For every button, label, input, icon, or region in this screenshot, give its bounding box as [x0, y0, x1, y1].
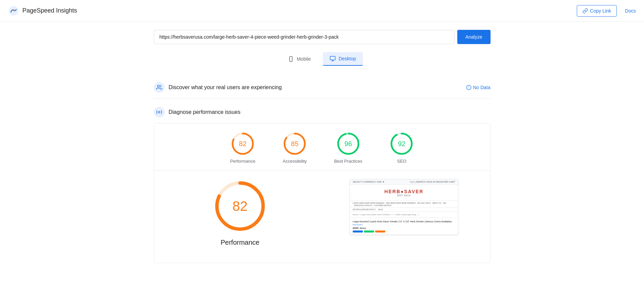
- screenshot-color-bars: [353, 230, 455, 233]
- score-best-practices: 96 Best Practices: [334, 132, 362, 164]
- score-number-best-practices: 96: [345, 140, 352, 148]
- svg-point-11: [158, 112, 160, 113]
- bar-blue: [353, 230, 363, 233]
- menu-blog: BLOG: [379, 208, 383, 210]
- menu-item-3: ROLLING TRAYS: [417, 202, 431, 204]
- main-content: Analyze Mobile Desktop: [148, 22, 496, 279]
- gear-icon: [156, 109, 162, 115]
- real-users-title: Discover what your real users are experi…: [169, 84, 282, 90]
- screenshot-nav-right: f y t | SEARCH SIGN IN REGISTER CART: [410, 181, 455, 183]
- score-label-best-practices: Best Practices: [334, 159, 362, 164]
- real-users-section: Discover what your real users are experi…: [154, 77, 491, 99]
- pagespeed-logo-icon: [8, 5, 19, 16]
- no-data-badge[interactable]: No Data: [466, 85, 490, 90]
- logo-text: PageSpeed Insights: [22, 7, 77, 14]
- screenshot-menu-row2: RETURN & REFUND POLICY BLOG: [350, 208, 458, 212]
- large-score-section: 82 Performance SELECT CURRENCY USD ▼ f y…: [154, 171, 490, 255]
- score-circle-best-practices: 96: [336, 132, 361, 156]
- url-input[interactable]: [154, 30, 455, 44]
- large-score-circle: 82: [213, 179, 267, 233]
- screenshot-logo: HERB●SAVER EST 2014: [350, 185, 458, 201]
- tab-desktop-label: Desktop: [338, 56, 356, 61]
- score-number-performance: 82: [239, 140, 246, 148]
- screenshot-product-price: MSRP: $store: [353, 227, 455, 229]
- screenshot-product-sub: Herb Saver®: [353, 224, 455, 226]
- score-performance: 82 Performance: [230, 132, 255, 164]
- scores-card: 82 Performance 85 Accessibility: [154, 123, 491, 263]
- tab-mobile-label: Mobile: [297, 56, 311, 62]
- tab-desktop[interactable]: Desktop: [323, 52, 363, 66]
- diagnose-section-header: Diagnose performance issues: [154, 101, 491, 123]
- screenshot-breadcrumb: Home > Large Herb Saver Herb Grinders > …: [350, 212, 458, 218]
- menu-item-6: WHOLESALE SIGN UP: [354, 204, 372, 206]
- score-label-accessibility: Accessibility: [283, 159, 307, 164]
- svg-point-1: [13, 9, 15, 11]
- large-score-number: 82: [233, 199, 248, 214]
- screenshot-nav-left: SELECT CURRENCY USD ▼: [353, 181, 385, 183]
- score-label-performance: Performance: [230, 159, 255, 164]
- score-circle-accessibility: 85: [282, 132, 307, 156]
- screenshot-preview: SELECT CURRENCY USD ▼ f y t | SEARCH SIG…: [350, 179, 458, 235]
- copy-link-label: Copy Link: [590, 8, 611, 14]
- large-score-left: 82 Performance: [162, 179, 318, 246]
- score-number-accessibility: 85: [291, 140, 298, 148]
- menu-item-4: ABOUT US: [433, 202, 441, 204]
- real-users-left: Discover what your real users are experi…: [154, 82, 282, 93]
- link-icon: [583, 8, 588, 14]
- large-score-right: SELECT CURRENCY USD ▼ f y t | SEARCH SIG…: [326, 179, 482, 246]
- menu-return: RETURN & REFUND POLICY: [353, 208, 376, 210]
- tab-row: Mobile Desktop: [154, 52, 491, 66]
- screenshot-nav: SELECT CURRENCY USD ▼ f y t | SEARCH SIG…: [350, 179, 458, 185]
- menu-item-7: CUSTOMER SERVICE: [374, 204, 391, 206]
- score-circle-performance: 82: [231, 132, 255, 156]
- header-right: Copy Link Docs: [577, 5, 636, 17]
- score-number-seo: 92: [398, 140, 405, 148]
- diagnose-title: Diagnose performance issues: [169, 109, 241, 115]
- screenshot-product-title: Large Assorted 3 pack Herb Saver Grinder…: [353, 220, 455, 223]
- copy-link-button[interactable]: Copy Link: [577, 5, 617, 17]
- svg-rect-4: [330, 56, 335, 60]
- no-data-label: No Data: [473, 85, 490, 90]
- docs-link[interactable]: Docs: [625, 8, 636, 14]
- header: PageSpeed Insights Copy Link Docs: [0, 0, 644, 22]
- real-users-icon: [154, 82, 165, 93]
- menu-item-5: FAQ: [443, 202, 446, 204]
- score-label-seo: SEO: [397, 159, 406, 164]
- tab-mobile[interactable]: Mobile: [281, 52, 317, 66]
- mobile-icon: [288, 56, 294, 62]
- menu-item-2: MINI HERB SAVER HERB GRINDERS: [386, 202, 416, 204]
- analyze-button[interactable]: Analyze: [457, 30, 491, 44]
- bar-orange: [375, 230, 385, 233]
- bar-green: [364, 230, 374, 233]
- diagnose-icon: [154, 107, 165, 118]
- svg-point-7: [157, 85, 159, 87]
- info-icon: [466, 85, 472, 90]
- screenshot-content: Large Assorted 3 pack Herb Saver Grinder…: [350, 218, 458, 235]
- scores-row: 82 Performance 85 Accessibility: [154, 132, 490, 171]
- score-circle-seo: 92: [389, 132, 414, 156]
- large-score-label: Performance: [221, 239, 260, 246]
- screenshot-menu: LARGE HERB SAVER HERB GRINDERS MINI HERB…: [350, 201, 458, 208]
- score-accessibility: 85 Accessibility: [282, 132, 307, 164]
- desktop-icon: [330, 56, 336, 62]
- users-icon: [156, 84, 162, 90]
- score-seo: 92 SEO: [389, 132, 414, 164]
- logo-area: PageSpeed Insights: [8, 5, 77, 16]
- menu-item-1: LARGE HERB SAVER HERB GRINDERS: [353, 202, 384, 204]
- url-bar-row: Analyze: [154, 30, 491, 44]
